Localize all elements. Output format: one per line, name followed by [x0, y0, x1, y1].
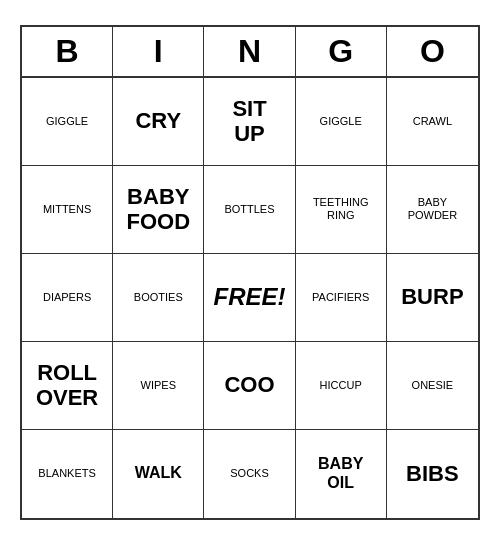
cell-label: SITUP — [232, 96, 266, 147]
cell-label: BABYOIL — [318, 455, 363, 492]
bingo-header: BINGO — [22, 27, 478, 78]
bingo-cell-13: PACIFIERS — [296, 254, 387, 342]
bingo-cell-9: BABYPOWDER — [387, 166, 478, 254]
bingo-cell-20: BLANKETS — [22, 430, 113, 518]
bingo-cell-1: CRY — [113, 78, 204, 166]
bingo-cell-19: ONESIE — [387, 342, 478, 430]
cell-label: HICCUP — [320, 379, 362, 392]
cell-label: BOTTLES — [224, 203, 274, 216]
cell-label: PACIFIERS — [312, 291, 369, 304]
cell-label: TEETHINGRING — [313, 196, 369, 221]
bingo-grid: GIGGLECRYSITUPGIGGLECRAWLMITTENSBABYFOOD… — [22, 78, 478, 518]
bingo-cell-0: GIGGLE — [22, 78, 113, 166]
cell-label: CRY — [135, 108, 181, 133]
bingo-cell-3: GIGGLE — [296, 78, 387, 166]
header-letter-O: O — [387, 27, 478, 76]
cell-label: BIBS — [406, 461, 459, 486]
bingo-cell-10: DIAPERS — [22, 254, 113, 342]
cell-label: GIGGLE — [320, 115, 362, 128]
bingo-cell-24: BIBS — [387, 430, 478, 518]
cell-label: DIAPERS — [43, 291, 91, 304]
bingo-cell-6: BABYFOOD — [113, 166, 204, 254]
cell-label: BURP — [401, 284, 463, 309]
bingo-card: BINGO GIGGLECRYSITUPGIGGLECRAWLMITTENSBA… — [20, 25, 480, 520]
bingo-cell-11: BOOTIES — [113, 254, 204, 342]
cell-label: ROLLOVER — [36, 360, 98, 411]
bingo-cell-8: TEETHINGRING — [296, 166, 387, 254]
cell-label: ONESIE — [412, 379, 454, 392]
cell-label: WALK — [135, 464, 182, 482]
header-letter-N: N — [204, 27, 295, 76]
cell-label: GIGGLE — [46, 115, 88, 128]
cell-label: Free! — [213, 283, 285, 311]
bingo-cell-7: BOTTLES — [204, 166, 295, 254]
cell-label: BABYFOOD — [127, 184, 191, 235]
bingo-cell-22: SOCKS — [204, 430, 295, 518]
bingo-cell-15: ROLLOVER — [22, 342, 113, 430]
cell-label: BOOTIES — [134, 291, 183, 304]
header-letter-B: B — [22, 27, 113, 76]
cell-label: BABYPOWDER — [408, 196, 458, 221]
cell-label: COO — [224, 372, 274, 397]
header-letter-G: G — [296, 27, 387, 76]
bingo-cell-14: BURP — [387, 254, 478, 342]
bingo-cell-17: COO — [204, 342, 295, 430]
cell-label: SOCKS — [230, 467, 269, 480]
cell-label: BLANKETS — [38, 467, 95, 480]
cell-label: CRAWL — [413, 115, 452, 128]
bingo-cell-18: HICCUP — [296, 342, 387, 430]
bingo-cell-21: WALK — [113, 430, 204, 518]
bingo-cell-2: SITUP — [204, 78, 295, 166]
bingo-cell-4: CRAWL — [387, 78, 478, 166]
cell-label: MITTENS — [43, 203, 91, 216]
cell-label: WIPES — [141, 379, 176, 392]
header-letter-I: I — [113, 27, 204, 76]
bingo-cell-23: BABYOIL — [296, 430, 387, 518]
bingo-cell-12: Free! — [204, 254, 295, 342]
bingo-cell-16: WIPES — [113, 342, 204, 430]
bingo-cell-5: MITTENS — [22, 166, 113, 254]
